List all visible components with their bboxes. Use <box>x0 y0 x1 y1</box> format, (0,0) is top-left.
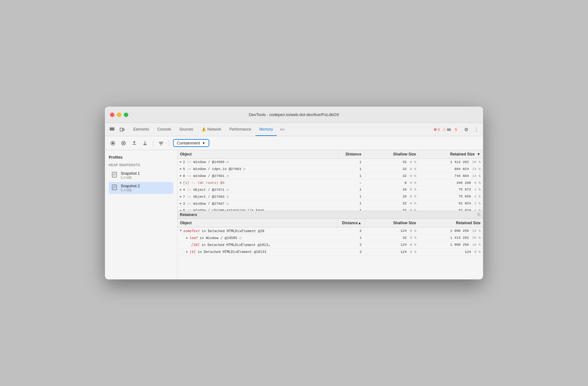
device-icon[interactable] <box>118 125 126 134</box>
expand-button[interactable]: ▶ 2 :: Window / @14505 ☐ <box>180 160 229 164</box>
retainer-retained-cell: 1 413 292 26 % <box>419 234 483 241</box>
expand-button[interactable]: ▶ 3 :: Window / @27667 ☐ <box>180 202 229 206</box>
heap-object-cell: ▶ 2 :: Window / @14505 ☐ <box>177 159 338 166</box>
heap-row[interactable]: ▶ 4 :: Object / @27671 ☐ 1 16 0 % 75 672… <box>177 186 483 193</box>
expand-arrow-icon: ▶ <box>180 181 182 184</box>
tab-elements[interactable]: Elements <box>130 123 153 136</box>
svg-rect-15 <box>160 144 162 145</box>
settings-button[interactable]: ⚙ <box>462 125 470 134</box>
ret-col-object[interactable]: Object <box>177 219 338 227</box>
containment-dropdown[interactable]: Containment ▼ <box>173 139 209 147</box>
filter-button[interactable] <box>157 139 165 147</box>
expand-button[interactable]: ▶ [1] :: (GC roots) @3 <box>180 181 224 185</box>
maximize-button[interactable] <box>124 113 128 117</box>
ret-col-shallow[interactable]: Shallow Size <box>364 219 419 227</box>
tab-network[interactable]: ⚠️ Network <box>198 123 225 136</box>
retainer-label: [10] in Detached HTMLDivElement @1013… <box>191 243 270 247</box>
retained-size-cell: 52 924 1 % <box>419 200 483 207</box>
retainers-title: Retainers <box>180 213 197 217</box>
containment-label: Containment <box>177 141 200 145</box>
snapshot-2-info: Snapshot 2 5.4 MB <box>121 184 171 192</box>
more-tabs-button[interactable]: >> <box>277 127 287 132</box>
retainer-shallow-cell: 124 0 % <box>364 241 419 249</box>
retainer-row[interactable]: [10] in Detached HTMLDivElement @1013… 2… <box>177 241 483 249</box>
retainer-expand-icon[interactable]: ▼ <box>180 229 182 232</box>
tab-sources[interactable]: Sources <box>176 123 197 136</box>
warning-icon: ⚠ <box>442 127 446 132</box>
object-label: 3 :: Window / @27667 ☐ <box>183 202 228 206</box>
retainer-row[interactable]: ▶ [4] in Detached HTMLDivElement @10131 … <box>177 249 483 255</box>
heap-snapshots-label: HEAP SNAPSHOTS <box>109 163 173 167</box>
object-label: 5 :: Window / cdpn.io @27683 ☐ <box>183 167 245 171</box>
ret-col-distance[interactable]: Distance▲ <box>338 219 364 227</box>
ret-col-retained[interactable]: Retained Size <box>419 219 483 227</box>
object-label: [1] :: (GC roots) @3 <box>183 181 224 185</box>
upload-button[interactable] <box>130 139 138 147</box>
warning-badge: ⚠ 66 <box>442 127 451 132</box>
expand-button[interactable]: ▶ 6 :: Window / chrome-extension://a…kao… <box>180 208 264 211</box>
snapshot-item-1[interactable]: Snapshot 1 5.4 MB <box>109 169 173 181</box>
tab-badges: ⊗ 2 ⚠ 66 5 <box>434 127 459 132</box>
heap-row[interactable]: ▶ 7 :: Object / @27693 ☐ 1 16 0 % 75 656… <box>177 193 483 200</box>
expand-arrow-icon: ▶ <box>180 188 182 191</box>
error-badge: ⊗ 2 <box>434 127 440 132</box>
heap-object-cell: ▶ [1] :: (GC roots) @3 <box>177 179 338 186</box>
expand-button[interactable]: ▶ 9 :: Window / @27681 ☐ <box>180 174 229 178</box>
heap-row[interactable]: ▶ 9 :: Window / @27681 ☐ 1 32 0 % 744 68… <box>177 173 483 179</box>
retainer-retained-cell: 1 000 256 18 % <box>419 241 483 249</box>
heap-row[interactable]: ▶ 6 :: Window / chrome-extension://a…kao… <box>177 207 483 211</box>
retainer-shallow-cell: 124 0 % <box>364 249 419 255</box>
retainer-object-cell: ▼ someText in Detached HTMLDivElement @1… <box>177 227 338 235</box>
tab-console[interactable]: Console <box>153 123 175 136</box>
expand-button[interactable]: ▶ 7 :: Object / @27693 ☐ <box>180 195 229 199</box>
svg-rect-4 <box>113 128 114 129</box>
retainer-label: leaf in Window / @14505 ☐ <box>189 236 241 240</box>
network-warning-icon: ⚠️ <box>201 127 206 132</box>
object-label: 2 :: Window / @14505 ☐ <box>183 160 228 164</box>
object-label: 7 :: Object / @27693 ☐ <box>183 195 228 199</box>
traffic-lights <box>110 113 128 117</box>
heap-object-cell: ▶ 4 :: Object / @27671 ☐ <box>177 186 338 193</box>
heap-object-cell: ▶ 3 :: Window / @27667 ☐ <box>177 200 338 207</box>
heap-row[interactable]: ▶ 5 :: Window / cdpn.io @27683 ☐ 1 32 0 … <box>177 166 483 173</box>
shallow-size-cell: 16 0 % <box>364 186 419 193</box>
col-shallow-size[interactable]: Shallow Size <box>364 150 419 159</box>
tab-memory[interactable]: Memory <box>256 123 277 136</box>
info-badge: 5 <box>453 127 458 132</box>
retainer-row[interactable]: ▶ leaf in Window / @14505 ☐ 1 32 0 % 1 4… <box>177 234 483 241</box>
retainer-retained-cell: 124 0 % <box>419 249 483 255</box>
retainer-retained-cell: 1 000 256 18 % <box>419 227 483 235</box>
retainer-expand-icon[interactable]: ▶ <box>186 250 188 254</box>
col-object[interactable]: Object <box>177 150 338 159</box>
object-label: 4 :: Object / @27671 ☐ <box>183 188 228 192</box>
retainers-section-header: Retainers ☰ <box>177 211 483 219</box>
col-retained-size[interactable]: Retained Size ▼ <box>419 150 483 159</box>
download-button[interactable] <box>141 139 149 147</box>
toolbar-divider <box>153 140 153 146</box>
distance-cell: 1 <box>338 159 364 166</box>
retainer-expand-icon[interactable]: ▶ <box>186 236 188 240</box>
expand-button[interactable]: ▶ 5 :: Window / cdpn.io @27683 ☐ <box>180 167 245 171</box>
svg-rect-14 <box>159 143 163 144</box>
minimize-button[interactable] <box>117 113 121 117</box>
distance-cell: 1 <box>338 200 364 207</box>
snapshot-item-2[interactable]: Snapshot 2 5.4 MB <box>109 182 173 194</box>
tab-performance[interactable]: Performance <box>226 123 255 136</box>
close-button[interactable] <box>110 113 114 117</box>
inspect-icon[interactable] <box>107 125 116 134</box>
more-options-button[interactable]: ⋮ <box>472 125 481 134</box>
retainer-shallow-cell: 32 0 % <box>364 234 419 241</box>
retained-size-cell: 52 924 1 % <box>419 207 483 211</box>
expand-arrow-icon: ▶ <box>180 174 182 178</box>
heap-row[interactable]: ▶ 3 :: Window / @27667 ☐ 1 32 0 % 52 924… <box>177 200 483 207</box>
retainers-table-header: Object Distance▲ Shallow Size Retained S… <box>177 219 483 227</box>
heap-row[interactable]: ▶ 2 :: Window / @14505 ☐ 1 32 0 % 1 413 … <box>177 159 483 166</box>
retainer-expand-icon[interactable] <box>186 243 190 247</box>
retainer-row[interactable]: ▼ someText in Detached HTMLDivElement @1… <box>177 227 483 235</box>
col-distance[interactable]: Distance <box>338 150 364 159</box>
expand-button[interactable]: ▶ 4 :: Object / @27671 ☐ <box>180 188 229 192</box>
cancel-button[interactable] <box>119 139 128 147</box>
record-button[interactable] <box>109 139 117 147</box>
heap-row[interactable]: ▶ [1] :: (GC roots) @3 – 0 0 % 346 268 6… <box>177 179 483 186</box>
snapshot-1-info: Snapshot 1 5.4 MB <box>121 171 171 179</box>
